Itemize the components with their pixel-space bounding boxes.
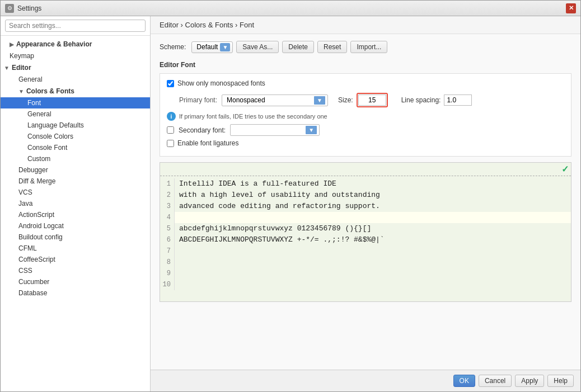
line-content: [175, 257, 179, 268]
line-number: 3: [160, 201, 175, 212]
sidebar-item-custom[interactable]: Custom: [1, 153, 150, 164]
primary-font-label: Primary font:: [167, 96, 217, 104]
sidebar-item-language-defaults[interactable]: Language Defaults: [1, 120, 150, 131]
font-options-panel: Show only monospaced fonts Primary font:…: [160, 73, 571, 157]
sidebar-item-android-logcat[interactable]: Android Logcat: [1, 220, 150, 232]
monospaced-checkbox[interactable]: [167, 80, 174, 87]
line-content: [175, 245, 179, 257]
nav-tree: ▶ Appearance & Behavior Keymap ▼ Editor …: [1, 36, 150, 391]
import-button[interactable]: Import...: [350, 41, 387, 53]
secondary-dropdown-arrow[interactable]: ▼: [306, 126, 317, 134]
window-title: Settings: [17, 4, 566, 12]
sidebar-item-cucumber[interactable]: Cucumber: [1, 276, 150, 287]
sidebar-item-database[interactable]: Database: [1, 287, 150, 299]
primary-font-row: Primary font: Monospaced ▼ Size:: [167, 93, 564, 107]
preview-line: 3advanced code editing and refactoring s…: [160, 201, 571, 212]
scheme-label: Scheme:: [160, 43, 186, 51]
reset-button[interactable]: Reset: [317, 41, 347, 53]
sidebar-label-java: Java: [18, 200, 32, 207]
sidebar-item-cfml[interactable]: CFML: [1, 243, 150, 254]
size-input[interactable]: [358, 95, 386, 106]
sidebar-label-font: Font: [27, 99, 41, 107]
search-input[interactable]: [5, 20, 146, 32]
check-icon: ✓: [561, 164, 569, 174]
line-number: 9: [160, 268, 175, 279]
footer: OK Cancel Apply Help: [151, 370, 580, 391]
sidebar-item-debugger[interactable]: Debugger: [1, 164, 150, 176]
sidebar-label-buildout-config: Buildout config: [18, 233, 63, 241]
line-spacing-label: Line spacing:: [401, 96, 441, 104]
sidebar-label-general: General: [18, 75, 43, 83]
sidebar-item-coffeescript[interactable]: CoffeeScript: [1, 254, 150, 265]
sidebar-item-vcs[interactable]: VCS: [1, 187, 150, 198]
settings-window: ⚙ Settings ✕ ▶ Appearance & Behavior Key…: [0, 0, 581, 392]
sidebar-item-actionscript[interactable]: ActionScript: [1, 209, 150, 220]
scheme-dropdown[interactable]: Default ▼: [191, 41, 233, 53]
line-content: ABCDEFGHIJKLMNOPQRSTUVWXYZ +-*/= .,;:!? …: [175, 234, 385, 245]
line-number: 8: [160, 257, 175, 268]
line-content: abcdefghijklmnopqrstuvwxyz 0123456789 ()…: [175, 223, 371, 234]
settings-content: Scheme: Default ▼ Save As... Delete Rese…: [151, 34, 580, 370]
sidebar-item-general[interactable]: General: [1, 74, 150, 85]
sidebar-label-cfml: CFML: [18, 244, 37, 252]
sidebar-item-general2[interactable]: General: [1, 108, 150, 120]
sidebar-item-font[interactable]: Font: [1, 97, 150, 108]
sidebar-label-general2: General: [27, 110, 51, 118]
expand-arrow-colors: ▼: [18, 88, 24, 95]
scheme-dropdown-arrow[interactable]: ▼: [220, 43, 230, 51]
preview-line: 8: [160, 257, 571, 268]
secondary-font-checkbox[interactable]: [167, 126, 174, 134]
sidebar-item-appearance[interactable]: ▶ Appearance & Behavior: [1, 38, 150, 50]
sidebar-label-database: Database: [18, 289, 47, 297]
info-text: If primary font fails, IDE tries to use …: [179, 113, 327, 120]
line-spacing-group: Line spacing:: [401, 95, 472, 106]
sidebar-label-cucumber: Cucumber: [18, 278, 49, 286]
line-number: 2: [160, 190, 175, 201]
main-panel: Editor › Colors & Fonts › Font Scheme: D…: [151, 16, 580, 391]
apply-button[interactable]: Apply: [515, 375, 544, 387]
line-content: IntelliJ IDEA is a full-featured IDE: [175, 178, 336, 190]
primary-font-value: Monospaced: [224, 96, 314, 104]
save-as-button[interactable]: Save As...: [236, 41, 279, 53]
sidebar-item-buildout-config[interactable]: Buildout config: [1, 232, 150, 243]
sidebar-label-coffeescript: CoffeeScript: [18, 256, 55, 263]
sidebar-label-css: CSS: [18, 267, 32, 275]
sidebar-item-console-colors[interactable]: Console Colors: [1, 131, 150, 142]
line-content: [175, 268, 179, 279]
help-button[interactable]: Help: [547, 375, 574, 387]
sidebar-label-actionscript: ActionScript: [18, 211, 54, 219]
ligatures-checkbox[interactable]: [167, 140, 174, 147]
expand-arrow-editor: ▼: [4, 65, 10, 71]
line-number: 1: [160, 178, 175, 190]
close-button[interactable]: ✕: [566, 3, 576, 13]
search-box: [1, 16, 150, 36]
line-spacing-input[interactable]: [444, 95, 472, 106]
delete-button[interactable]: Delete: [282, 41, 314, 53]
primary-font-dropdown[interactable]: Monospaced ▼: [222, 95, 328, 106]
secondary-font-dropdown[interactable]: ▼: [230, 124, 320, 136]
line-number: 5: [160, 223, 175, 234]
cancel-button[interactable]: Cancel: [479, 375, 512, 387]
ligatures-label: Enable font ligatures: [177, 139, 238, 147]
expand-arrow: ▶: [10, 41, 14, 48]
sidebar-label-custom: Custom: [27, 155, 50, 163]
ok-button[interactable]: OK: [453, 375, 475, 387]
sidebar-label-console-font: Console Font: [27, 144, 67, 152]
sidebar-item-keymap[interactable]: Keymap: [1, 50, 150, 62]
preview-lines: 1IntelliJ IDEA is a full-featured IDE2wi…: [160, 176, 571, 292]
titlebar: ⚙ Settings ✕: [1, 1, 580, 16]
sidebar: ▶ Appearance & Behavior Keymap ▼ Editor …: [1, 16, 151, 391]
preview-line: 9: [160, 268, 571, 279]
line-number: 10: [160, 279, 175, 290]
sidebar-label-appearance: Appearance & Behavior: [16, 40, 92, 48]
sidebar-item-css[interactable]: CSS: [1, 265, 150, 276]
line-number: 7: [160, 245, 175, 257]
sidebar-label-colors-fonts: Colors & Fonts: [26, 87, 74, 95]
info-icon: i: [167, 112, 176, 121]
sidebar-item-diff-merge[interactable]: Diff & Merge: [1, 176, 150, 187]
sidebar-item-colors-fonts[interactable]: ▼ Colors & Fonts: [1, 85, 150, 97]
sidebar-item-editor[interactable]: ▼ Editor: [1, 62, 150, 74]
sidebar-item-java[interactable]: Java: [1, 198, 150, 209]
primary-font-dropdown-arrow[interactable]: ▼: [314, 96, 325, 105]
sidebar-item-console-font[interactable]: Console Font: [1, 142, 150, 153]
